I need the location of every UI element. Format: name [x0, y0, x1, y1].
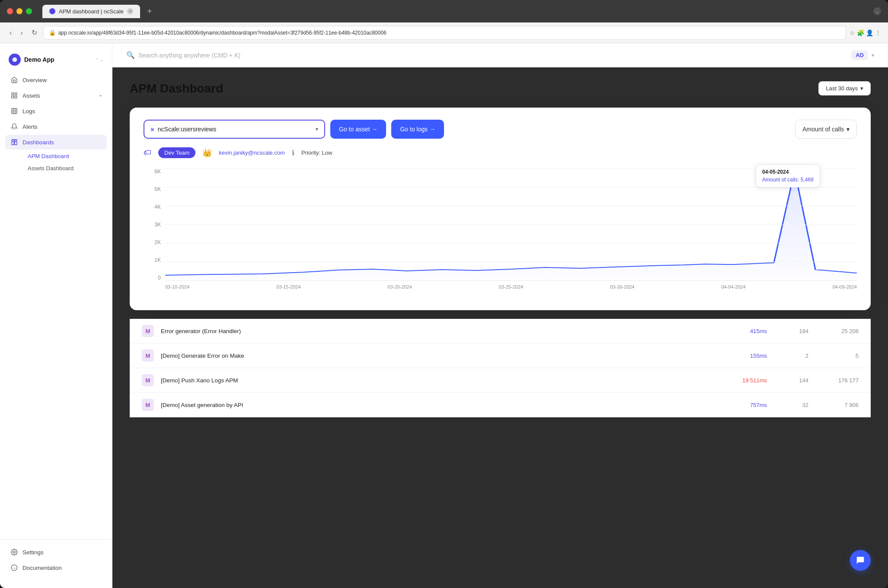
- sidebar-item-label: Overview: [22, 77, 47, 83]
- user-icon[interactable]: 👤: [866, 29, 873, 36]
- svg-rect-9: [15, 142, 17, 145]
- svg-rect-6: [12, 140, 14, 141]
- window-maximize-icon[interactable]: ⌄: [873, 7, 881, 15]
- priority-tag: Priority: Low: [301, 149, 332, 156]
- star-icon[interactable]: ☆: [850, 29, 855, 36]
- sidebar-bottom: Settings Documentation: [0, 539, 112, 581]
- chat-support-button[interactable]: [850, 550, 871, 571]
- crown-icon: 👑: [202, 148, 212, 158]
- row-name: Error generator (Error Handler): [161, 328, 717, 334]
- topbar-right: AD ▾: [851, 50, 874, 60]
- owner-label: kevin.janiky@ncscale.com: [219, 149, 285, 156]
- row-response-time: 155ms: [724, 353, 767, 359]
- date-filter-label: Last 30 days: [826, 85, 858, 92]
- extensions-icon[interactable]: 🧩: [857, 29, 864, 36]
- svg-point-10: [13, 551, 15, 553]
- row-logo-icon: M: [142, 325, 154, 337]
- clear-selection-icon[interactable]: ×: [150, 126, 154, 133]
- sidebar-item-assets[interactable]: Assets ▾: [5, 88, 107, 103]
- page-header: APM Dashboard Last 30 days ▾: [130, 81, 871, 95]
- chart-x-axis: 03-10-2024 03-15-2024 03-20-2024 03-25-2…: [165, 281, 857, 298]
- browser-tab[interactable]: APM dashboard | ncScale ×: [42, 5, 140, 18]
- table-row: M Error generator (Error Handler) 415ms …: [130, 319, 871, 343]
- tab-close-button[interactable]: ×: [127, 8, 133, 14]
- row-total: 25 208: [815, 328, 859, 334]
- metric-chevron-icon: ▾: [846, 126, 850, 133]
- x-label-2: 03-15-2024: [276, 284, 300, 289]
- priority-label: Priority: Low: [301, 149, 332, 156]
- row-logo-icon: M: [142, 399, 154, 411]
- y-label-1k: 1K: [144, 257, 161, 263]
- topbar-chevron-icon[interactable]: ▾: [872, 52, 874, 58]
- table-row: M [Demo] Asset generation by API 757ms 3…: [130, 393, 871, 417]
- menu-icon[interactable]: ⋮: [875, 29, 881, 36]
- table-row: M [Demo] Generate Error on Make 155ms 2 …: [130, 343, 871, 368]
- row-count: 144: [774, 377, 808, 384]
- new-tab-button[interactable]: +: [147, 6, 152, 16]
- sidebar-header: Demo App ⌃⌄: [0, 50, 112, 73]
- dropdown-arrow-icon[interactable]: ▾: [316, 126, 318, 132]
- maximize-traffic-light[interactable]: [26, 8, 32, 14]
- svg-point-0: [13, 57, 17, 62]
- user-initials-badge[interactable]: AD: [851, 50, 868, 60]
- sidebar-item-dashboards[interactable]: Dashboards: [5, 135, 107, 149]
- svg-rect-7: [15, 140, 17, 141]
- sidebar-item-settings[interactable]: Settings: [5, 545, 107, 559]
- url-bar[interactable]: 🔒 app.ncscale.io/app/48f63d34-95f1-11ee-…: [43, 26, 846, 40]
- info-icon: ℹ: [292, 149, 294, 157]
- close-traffic-light[interactable]: [7, 8, 13, 14]
- sidebar-item-label: Logs: [22, 108, 35, 114]
- metric-selector[interactable]: Amount of calls ▾: [795, 120, 857, 139]
- asset-selector[interactable]: × ncScale:usersreviews ▾: [144, 120, 325, 139]
- app-selector-icon[interactable]: ⌃⌄: [96, 57, 103, 62]
- row-total: 7 906: [815, 402, 859, 408]
- sidebar-item-logs[interactable]: Logs: [5, 104, 107, 118]
- sidebar-item-documentation[interactable]: Documentation: [5, 560, 107, 575]
- search-icon: 🔍: [126, 51, 135, 59]
- y-label-3k: 3K: [144, 222, 161, 228]
- app-container: Demo App ⌃⌄ Overview Assets ▾: [0, 43, 888, 588]
- sidebar-item-apm-dashboard[interactable]: APM Dashboard: [22, 150, 107, 162]
- sidebar-item-assets-dashboard[interactable]: Assets Dashboard: [22, 162, 107, 174]
- x-label-7: 04-09-2024: [833, 284, 857, 289]
- metric-label: Amount of calls: [802, 126, 844, 133]
- tab-title: APM dashboard | ncScale: [59, 8, 124, 15]
- svg-rect-4: [15, 96, 17, 98]
- sidebar-item-overview[interactable]: Overview: [5, 73, 107, 87]
- sidebar-item-label: Dashboards: [22, 139, 54, 146]
- x-label-4: 03-25-2024: [499, 284, 523, 289]
- team-tag: Dev Team: [158, 147, 195, 158]
- reload-button[interactable]: ↻: [29, 27, 40, 38]
- app-name-label: Demo App: [24, 56, 54, 63]
- date-filter-dropdown[interactable]: Last 30 days ▾: [818, 81, 871, 95]
- row-count: 184: [774, 328, 808, 334]
- browser-window: APM dashboard | ncScale × + ⌄ ‹ › ↻ 🔒 ap…: [0, 0, 888, 588]
- tags-row: 🏷 Dev Team 👑 kevin.janiky@ncscale.com ℹ …: [144, 147, 857, 158]
- search-row: × ncScale:usersreviews ▾ Go to asset → G…: [144, 120, 857, 139]
- row-response-time: 415ms: [724, 328, 767, 334]
- go-to-asset-button[interactable]: Go to asset →: [330, 120, 386, 139]
- nav-items: Overview Assets ▾ Logs: [0, 73, 112, 539]
- tab-favicon: [49, 8, 55, 14]
- go-to-logs-button[interactable]: Go to logs →: [391, 120, 444, 139]
- row-count: 2: [774, 353, 808, 359]
- svg-text:M: M: [146, 377, 150, 384]
- url-text: app.ncscale.io/app/48f63d34-95f1-11ee-b0…: [58, 30, 387, 36]
- tag-icon: 🏷: [144, 148, 151, 157]
- svg-text:M: M: [146, 353, 150, 359]
- chevron-down-icon: ▾: [860, 85, 863, 92]
- bell-icon: [10, 123, 18, 130]
- topbar-search[interactable]: 🔍 Search anything anywhere (CMD + K): [126, 51, 851, 59]
- svg-text:M: M: [146, 402, 150, 408]
- traffic-lights: [7, 8, 32, 14]
- back-button[interactable]: ‹: [7, 27, 14, 38]
- minimize-traffic-light[interactable]: [16, 8, 22, 14]
- topbar: 🔍 Search anything anywhere (CMD + K) AD …: [112, 43, 888, 67]
- forward-button[interactable]: ›: [18, 27, 25, 38]
- app-logo-icon: [9, 54, 21, 66]
- row-total: 5: [815, 353, 859, 359]
- y-label-0: 0: [144, 275, 161, 281]
- house-icon: [10, 76, 18, 84]
- sidebar-item-alerts[interactable]: Alerts: [5, 119, 107, 134]
- sidebar-item-label: Alerts: [22, 124, 38, 130]
